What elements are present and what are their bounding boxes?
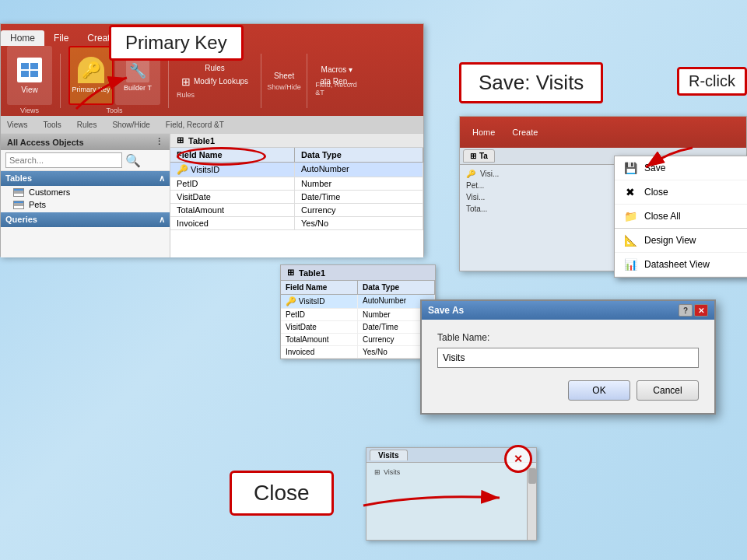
nav-queries-section[interactable]: Queries ∧ bbox=[1, 212, 170, 227]
nav-search-input[interactable] bbox=[5, 152, 122, 168]
svg-rect-1 bbox=[30, 63, 38, 69]
cm-closeall-icon: 📁 bbox=[622, 208, 638, 224]
ok-button[interactable]: OK bbox=[568, 380, 630, 401]
showhide-label: Show/Hide bbox=[267, 83, 301, 91]
table1-tab[interactable]: ⊞ Table1 bbox=[170, 134, 423, 148]
table1-tab-label: Table1 bbox=[188, 136, 215, 145]
rclick-callout: R-click bbox=[677, 67, 747, 96]
customers-label: Customers bbox=[29, 187, 70, 197]
cm-closeall-label: Close All bbox=[644, 211, 681, 222]
visitsid-label: VisitsID bbox=[191, 165, 219, 174]
nav-search-bar: 🔍 bbox=[1, 150, 170, 171]
rclick-arrow bbox=[638, 144, 700, 183]
search-icon: 🔍 bbox=[125, 153, 141, 168]
ribbon-bottom: Views Tools Rules Show/Hide Field, Recor… bbox=[1, 116, 423, 133]
cm-design-label: Design View bbox=[644, 235, 696, 246]
cm-close-label: Close bbox=[644, 187, 668, 198]
macros-btn[interactable]: Macros ▾ bbox=[317, 64, 358, 75]
nav-tables-section[interactable]: Tables ∧ bbox=[1, 171, 170, 186]
close-x-circle[interactable]: ✕ bbox=[504, 445, 532, 473]
table-row[interactable]: PetID Number bbox=[170, 177, 423, 191]
ribbon-sep-2 bbox=[168, 54, 169, 108]
ribbon-group-rules: Rules ⊞ Modify Lookups Rules bbox=[177, 62, 253, 100]
table-row[interactable]: TotalAmount Currency bbox=[281, 334, 435, 346]
pk-arrow bbox=[53, 70, 131, 117]
mini-table-tab-ta[interactable]: ⊞ Ta bbox=[463, 149, 495, 163]
mini-tab-home[interactable]: Home bbox=[466, 126, 501, 138]
modify-lookups-icon: ⊞ bbox=[181, 75, 191, 88]
cm-close[interactable]: ✖ Close bbox=[615, 180, 747, 205]
cm-design-view[interactable]: 📐 Design View bbox=[615, 229, 747, 253]
table-name-label: Table Name: bbox=[437, 332, 699, 343]
mini-key-icon: 🔑 bbox=[466, 170, 475, 178]
customers-table-icon bbox=[13, 188, 24, 197]
save-visits-text: Save: Visits bbox=[479, 71, 584, 94]
rules-btn[interactable]: Rules bbox=[200, 62, 230, 74]
invoiced-type: Yes/No bbox=[295, 217, 423, 229]
mini-bottom-tab-visits[interactable]: Visits bbox=[370, 450, 408, 460]
cm-close-all[interactable]: 📁 Close All bbox=[615, 205, 747, 229]
table1-exp-label: Table1 bbox=[299, 268, 325, 278]
modify-lookups-btn[interactable]: ⊞ Modify Lookups bbox=[177, 74, 253, 89]
pets-label: Pets bbox=[29, 200, 46, 209]
table1-tab-icon: ⊞ bbox=[177, 135, 184, 145]
ribbon-sep-3 bbox=[261, 54, 261, 108]
ribbon-view-btn[interactable]: View bbox=[7, 46, 52, 105]
row-visitsid-field: 🔑 VisitsID bbox=[170, 163, 295, 177]
table1-exp-header: Field Name Data Type bbox=[281, 281, 435, 295]
dialog-close-button[interactable]: ✕ bbox=[694, 304, 708, 317]
nav-pane-toggle-icon[interactable]: ⋮ bbox=[155, 137, 163, 147]
svg-rect-2 bbox=[21, 71, 29, 77]
context-area: Save: Visits R-click Home Create ⊞ Ta 🔑 … bbox=[459, 62, 747, 271]
dialog-title-buttons: ? ✕ bbox=[679, 304, 708, 317]
nav-pane-title: All Access Objects bbox=[7, 138, 84, 147]
cancel-button[interactable]: Cancel bbox=[637, 380, 699, 401]
visitdate-type: Date/Time bbox=[295, 191, 423, 203]
t1-visitsid-key: 🔑 VisitsID bbox=[281, 295, 358, 308]
table1-expanded: ⊞ Table1 Field Name Data Type 🔑 VisitsID… bbox=[280, 264, 436, 359]
data-type-header: Data Type bbox=[295, 148, 423, 162]
mini-ta-label: Ta bbox=[479, 152, 488, 160]
table-row[interactable]: 🔑 VisitsID AutoNumber bbox=[170, 163, 423, 177]
nav-item-pets[interactable]: Pets bbox=[1, 198, 170, 211]
table1-expanded-tab[interactable]: ⊞ Table1 bbox=[281, 265, 435, 281]
mini-ta-icon: ⊞ bbox=[470, 152, 476, 160]
table-row[interactable]: 🔑 VisitsID AutoNumber bbox=[281, 295, 435, 309]
table-row[interactable]: PetID Number bbox=[281, 309, 435, 321]
ribbon-group-showhide: Sheet Show/Hide bbox=[269, 70, 299, 93]
mini-scrollbar[interactable] bbox=[527, 467, 536, 540]
t1-col-type: Data Type bbox=[358, 281, 435, 294]
key-icon-row: 🔑 bbox=[177, 164, 188, 175]
tab-file[interactable]: File bbox=[44, 30, 78, 46]
dialog-titlebar: Save As ? ✕ bbox=[422, 301, 714, 320]
cm-save-icon: 💾 bbox=[622, 160, 638, 176]
table-row[interactable]: TotalAmount Currency bbox=[170, 204, 423, 217]
primary-key-callout: Primary Key bbox=[109, 25, 244, 61]
petid-type: Number bbox=[295, 177, 423, 190]
table-row[interactable]: VisitDate Date/Time bbox=[170, 191, 423, 204]
cm-datasheet-label: Datasheet View bbox=[644, 259, 710, 270]
view-icon bbox=[17, 58, 42, 82]
visitsid-type: AutoNumber bbox=[295, 163, 423, 177]
mini-tab-create[interactable]: Create bbox=[506, 126, 544, 138]
cm-datasheet-view[interactable]: 📊 Datasheet View bbox=[615, 253, 747, 277]
t1-visitsid-label: VisitsID bbox=[299, 297, 325, 306]
view-label: View bbox=[21, 86, 38, 94]
sheet-btn[interactable]: Sheet bbox=[269, 70, 299, 82]
close-callout: Close bbox=[230, 471, 334, 516]
table-row[interactable]: VisitDate Date/Time bbox=[281, 321, 435, 334]
save-callout-area: Save: Visits R-click bbox=[459, 62, 747, 108]
table-row[interactable]: Invoiced Yes/No bbox=[170, 217, 423, 230]
table-row[interactable]: Invoiced Yes/No bbox=[281, 346, 435, 359]
t1-invoiced-label: Invoiced bbox=[281, 346, 358, 358]
dialog-help-button[interactable]: ? bbox=[679, 304, 693, 317]
tab-home[interactable]: Home bbox=[1, 30, 44, 46]
table-name-input[interactable] bbox=[437, 348, 699, 368]
save-visits-callout: Save: Visits bbox=[459, 62, 603, 103]
nav-item-customers[interactable]: Customers bbox=[1, 186, 170, 198]
dialog-body: Table Name: OK Cancel bbox=[422, 320, 714, 413]
modify-lookups-label: Modify Lookups bbox=[194, 77, 248, 86]
totalamount-label: TotalAmount bbox=[170, 204, 295, 216]
invoiced-label: Invoiced bbox=[170, 217, 295, 229]
navigation-pane: All Access Objects ⋮ 🔍 Tables ∧ Customer… bbox=[1, 133, 170, 257]
